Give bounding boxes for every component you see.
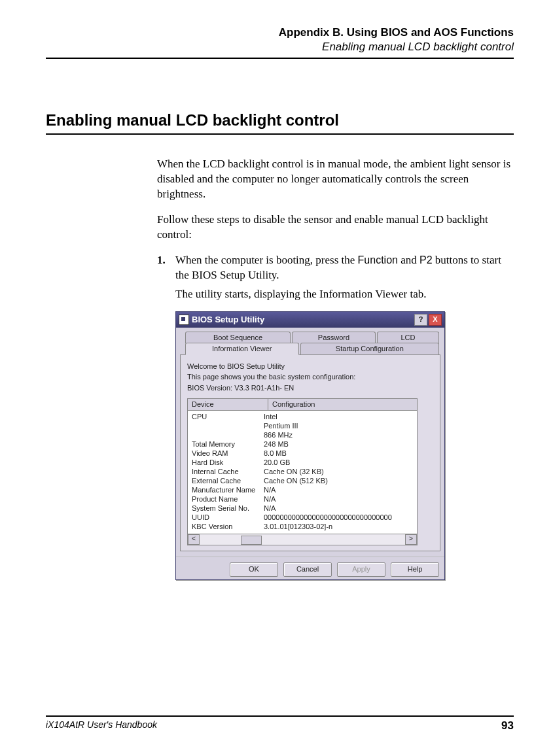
step-1: 1. When the computer is booting, press t… <box>157 253 514 580</box>
cell-device: Hard Disk <box>192 458 264 467</box>
table-row: System Serial No.N/A <box>188 504 417 513</box>
step-1-text-a: When the computer is booting, press the … <box>175 253 514 283</box>
header-rule <box>46 58 514 59</box>
table-row: KBC Version3.01.01[012303-02]-n <box>188 522 417 531</box>
cell-device: Manufacturer Name <box>192 485 264 494</box>
cell-configuration: N/A <box>264 504 413 513</box>
ok-button[interactable]: OK <box>230 562 278 577</box>
scroll-left-button[interactable]: < <box>188 534 200 545</box>
close-button[interactable]: X <box>429 314 442 326</box>
cell-configuration: N/A <box>264 494 413 504</box>
table-row: External CacheCache ON (512 KB) <box>188 476 417 485</box>
cell-configuration: 20.0 GB <box>264 458 413 467</box>
running-header-title: Appendix B. Using BIOS and AOS Functions <box>46 26 514 39</box>
table-row: Product NameN/A <box>188 494 417 504</box>
running-header-subtitle: Enabling manual LCD backlight control <box>46 41 514 54</box>
cell-device: Total Memory <box>192 439 264 449</box>
table-row: 866 MHz <box>188 430 417 439</box>
cell-configuration: Intel <box>264 412 413 421</box>
cell-configuration: 3.01.01[012303-02]-n <box>264 522 413 531</box>
apply-button[interactable]: Apply <box>337 562 385 577</box>
tab-boot-sequence[interactable]: Boot Sequence <box>185 332 291 343</box>
cell-device <box>192 430 264 439</box>
footer-rule <box>46 715 514 717</box>
tab-information-viewer[interactable]: Information Viewer <box>185 343 299 355</box>
cell-device: Internal Cache <box>192 467 264 476</box>
cell-device: Product Name <box>192 494 264 504</box>
function-key-label: Function <box>358 254 398 266</box>
table-row: Total Memory248 MB <box>188 439 417 449</box>
table-row: Manufacturer NameN/A <box>188 485 417 494</box>
intro-paragraph-1: When the LCD backlight control is in man… <box>157 157 514 202</box>
titlebar: BIOS Setup Utility ? X <box>176 312 444 328</box>
tab-lcd[interactable]: LCD <box>377 332 439 343</box>
app-icon <box>179 315 189 325</box>
scroll-right-button[interactable]: > <box>405 534 417 545</box>
tab-panel: Welcome to BIOS Setup Utility This page … <box>180 354 440 551</box>
col-header-device: Device <box>188 399 268 410</box>
horizontal-scrollbar[interactable]: < > <box>187 534 418 545</box>
table-row: Video RAM8.0 MB <box>188 449 417 458</box>
help-button[interactable]: ? <box>414 314 427 326</box>
cell-configuration: N/A <box>264 485 413 494</box>
cell-configuration: 8.0 MB <box>264 449 413 458</box>
cell-device: Video RAM <box>192 449 264 458</box>
cell-device: KBC Version <box>192 522 264 531</box>
cell-device: UUID <box>192 513 264 522</box>
help-dialog-button[interactable]: Help <box>391 562 439 577</box>
cell-configuration: 248 MB <box>264 439 413 449</box>
table-row: Pentium III <box>188 421 417 430</box>
welcome-text: Welcome to BIOS Setup Utility <box>187 362 433 371</box>
device-table: Device Configuration CPUIntelPentium III… <box>187 398 418 534</box>
scroll-track[interactable] <box>200 535 405 544</box>
cell-configuration: Pentium III <box>264 421 413 430</box>
step-1-number: 1. <box>157 253 175 580</box>
intro-paragraph-2: Follow these steps to disable the sensor… <box>157 213 514 243</box>
window-title: BIOS Setup Utility <box>192 314 413 326</box>
table-row: UUID00000000000000000000000000000000 <box>188 513 417 522</box>
step-1-text-b: The utility starts, displaying the Infor… <box>175 287 514 302</box>
description-text: This page shows you the basic system con… <box>187 372 433 382</box>
scroll-thumb[interactable] <box>241 536 262 545</box>
footer-book-title: iX104AtR User's Handbook <box>46 719 157 732</box>
table-row: Internal CacheCache ON (32 KB) <box>188 467 417 476</box>
p2-key-label: P2 <box>419 254 433 266</box>
cancel-button[interactable]: Cancel <box>283 562 332 577</box>
cell-configuration: 00000000000000000000000000000000 <box>264 513 413 522</box>
table-row: CPUIntel <box>188 412 417 421</box>
cell-device <box>192 421 264 430</box>
cell-device: CPU <box>192 412 264 421</box>
tab-startup-configuration[interactable]: Startup Configuration <box>300 343 439 354</box>
col-header-configuration: Configuration <box>268 399 417 410</box>
bios-version-text: BIOS Version: V3.3 R01-A1h- EN <box>187 383 433 393</box>
cell-configuration: Cache ON (32 KB) <box>264 467 413 476</box>
cell-configuration: Cache ON (512 KB) <box>264 476 413 485</box>
bios-window: BIOS Setup Utility ? X Boot Sequence Pas… <box>175 311 445 580</box>
cell-device: External Cache <box>192 476 264 485</box>
cell-device: System Serial No. <box>192 504 264 513</box>
cell-configuration: 866 MHz <box>264 430 413 439</box>
footer-page-number: 93 <box>501 719 514 732</box>
section-rule <box>46 133 514 135</box>
tab-password[interactable]: Password <box>292 332 376 343</box>
table-row: Hard Disk20.0 GB <box>188 458 417 467</box>
section-heading: Enabling manual LCD backlight control <box>46 111 514 129</box>
